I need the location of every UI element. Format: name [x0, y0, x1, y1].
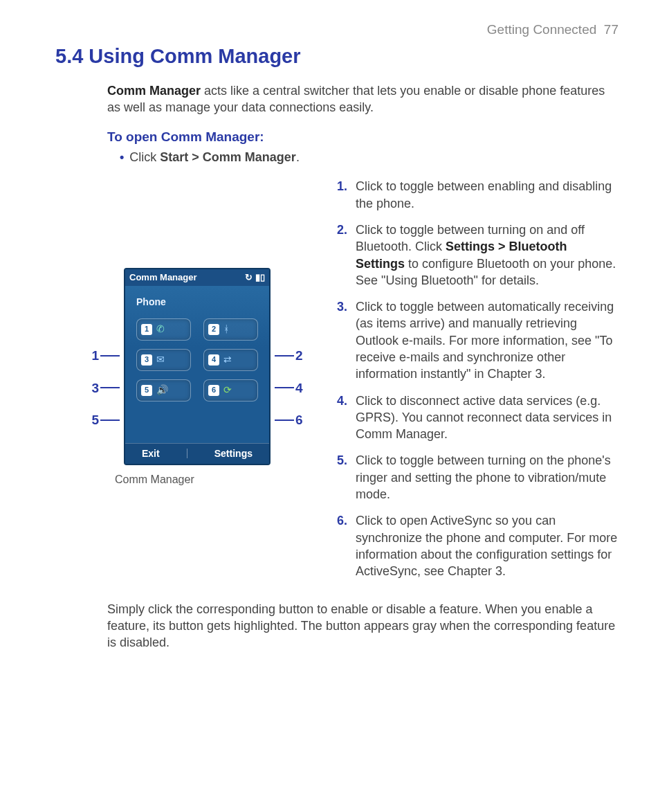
bullet-line: •Click Start > Comm Manager.: [107, 149, 618, 165]
data-icon: ⇄: [223, 353, 232, 366]
chapter-name: Getting Connected: [487, 22, 596, 37]
list-item: 1. Click to toggle between enabling and …: [333, 178, 618, 212]
figure-caption: Comm Manager: [83, 465, 311, 487]
callout-5: 5: [91, 411, 99, 429]
bullet-prefix: Click: [129, 150, 160, 164]
phone-titlebar: Comm Manager ↻ ▮▯: [125, 269, 269, 286]
callout-6: 6: [295, 411, 303, 429]
signal-icon: ▮▯: [255, 271, 265, 284]
phone-icon: ✆: [156, 323, 165, 336]
mail-icon: ✉: [156, 353, 165, 366]
list-item: 4. Click to disconnect active data servi…: [333, 393, 618, 443]
callout-4: 4: [295, 379, 303, 397]
callout-3: 3: [91, 379, 99, 397]
tile-ringer[interactable]: 5🔊: [136, 379, 191, 402]
callout-1: 1: [91, 347, 99, 365]
numbered-list: 1. Click to toggle between enabling and …: [333, 178, 618, 579]
callouts-left: 1 3 5: [91, 347, 120, 429]
intro-lead-bold: Comm Manager: [107, 84, 201, 98]
phone-mock: Comm Manager ↻ ▮▯ Phone 1✆ 2ᚼ 3✉ 4⇄ 5🔊 6…: [124, 268, 271, 464]
tile-bluetooth[interactable]: 2ᚼ: [203, 318, 258, 341]
tile-phone[interactable]: 1✆: [136, 318, 191, 341]
softbar-divider: [187, 449, 187, 458]
sub-heading: To open Comm Manager:: [107, 128, 618, 146]
section-title: 5.4 Using Comm Manager: [55, 43, 618, 70]
bullet-bold: Start > Comm Manager: [160, 150, 296, 164]
tile-email[interactable]: 3✉: [136, 349, 191, 371]
page-header: Getting Connected 77: [55, 21, 618, 39]
bullet-icon: •: [120, 150, 124, 164]
closing-paragraph: Simply click the corresponding button to…: [107, 601, 618, 651]
bluetooth-icon: ᚼ: [223, 323, 229, 336]
softkey-exit[interactable]: Exit: [142, 447, 160, 460]
speaker-icon: 🔊: [156, 384, 168, 397]
sync-icon: ↻: [245, 271, 253, 284]
callout-2: 2: [295, 347, 303, 365]
tile-activesync[interactable]: 6⟳: [203, 379, 258, 402]
phone-title: Comm Manager: [129, 271, 197, 284]
phone-section-label: Phone: [125, 286, 269, 316]
bullet-suffix: .: [296, 150, 300, 164]
softkey-settings[interactable]: Settings: [214, 447, 253, 460]
sync-tile-icon: ⟳: [223, 384, 232, 397]
list-item: 5. Click to toggle between turning on th…: [333, 452, 618, 503]
figure-column: 1 3 5 Comm Manager ↻ ▮▯ Phone 1✆ 2ᚼ 3✉: [83, 178, 311, 487]
tile-data[interactable]: 4⇄: [203, 349, 258, 371]
list-item: 6. Click to open ActiveSync so you can s…: [333, 512, 618, 579]
callouts-right: 2 4 6: [275, 347, 303, 429]
list-item: 3. Click to toggle between automatically…: [333, 298, 618, 382]
page-number: 77: [604, 22, 618, 37]
list-item: 2. Click to toggle between turning on an…: [333, 222, 618, 289]
intro-paragraph: Comm Manager acts like a central switche…: [107, 82, 618, 116]
